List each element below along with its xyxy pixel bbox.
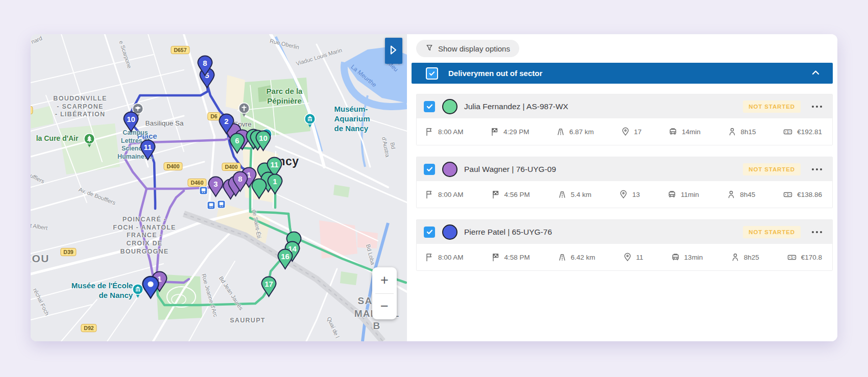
svg-text:10: 10 — [259, 134, 268, 142]
pin-icon — [619, 190, 628, 199]
driver-name: Pierre Patel | 65-UYG-76 — [464, 228, 552, 237]
pin-icon — [621, 127, 630, 136]
driver-stats-row: 8:00 AM4:29 PM6.87 km1714min8h151€192.81 — [417, 118, 832, 145]
more-menu-button[interactable] — [811, 228, 823, 236]
driver-header[interactable]: Julia Fernandez | AS-987-WX NOT STARTED — [417, 94, 832, 118]
svg-text:2: 2 — [224, 117, 228, 125]
stat-person: 8h45 — [727, 190, 755, 199]
section-checkbox[interactable] — [426, 67, 438, 80]
finish-icon — [491, 190, 500, 199]
pin-icon — [623, 253, 632, 262]
svg-text:8: 8 — [203, 59, 207, 67]
status-badge: NOT STARTED — [743, 226, 801, 238]
stop-marker-green-17[interactable]: 17 — [260, 276, 277, 299]
stop-marker-green-10[interactable]: 10 — [255, 130, 272, 154]
driver-card: Pierre Patel | 65-UYG-76 NOT STARTED 8:0… — [416, 219, 833, 271]
stop-marker-blue-11[interactable]: 11 — [139, 139, 156, 163]
svg-text:11: 11 — [270, 160, 278, 169]
car-icon — [671, 253, 680, 262]
svg-text:6: 6 — [235, 136, 239, 145]
road-badge: D400 — [163, 162, 182, 170]
stat-car: 13min — [671, 253, 703, 262]
stat-money: 1€138.86 — [783, 190, 822, 199]
transit-icon — [207, 201, 215, 212]
driver-avatar — [442, 162, 457, 177]
road-icon — [556, 127, 565, 136]
status-badge: NOT STARTED — [743, 100, 801, 113]
main-card: BOUDONVILLE - SCARPONE - LIBÉRATIONPOINC… — [31, 34, 837, 341]
road-badge: D460 — [187, 179, 206, 187]
tree-icon — [83, 133, 95, 150]
stop-marker-purple-3[interactable]: 3 — [207, 176, 224, 199]
stop-marker-green-1[interactable]: 1 — [267, 173, 283, 197]
svg-text:10: 10 — [127, 115, 135, 123]
map-zoom-control: + − — [372, 267, 397, 319]
stat-finish: 4:58 PM — [491, 253, 530, 262]
stat-car: 11min — [667, 190, 699, 199]
svg-text:1: 1 — [273, 177, 277, 186]
zoom-out-button[interactable]: − — [372, 294, 397, 320]
person-icon — [728, 127, 737, 136]
chevron-up-icon[interactable] — [811, 69, 821, 78]
car-icon — [667, 190, 677, 199]
finish-icon — [490, 127, 499, 136]
stat-pin: 17 — [621, 127, 642, 136]
filter-icon — [425, 44, 433, 54]
stat-road: 6.87 km — [556, 127, 594, 136]
driver-header[interactable]: Paul Wagner | 76-UYG-09 NOT STARTED — [417, 157, 832, 181]
depot-pin[interactable] — [141, 275, 160, 302]
driver-list: Julia Fernandez | AS-987-WX NOT STARTED … — [416, 94, 833, 271]
driver-stats-row: 8:00 AM4:56 PM5.4 km1311min8h451€138.86 — [417, 181, 832, 208]
driver-card: Paul Wagner | 76-UYG-09 NOT STARTED 8:00… — [416, 157, 833, 208]
road-badge: D657 — [171, 46, 189, 54]
show-display-options-button[interactable]: Show display options — [416, 40, 519, 57]
driver-name: Paul Wagner | 76-UYG-09 — [464, 165, 556, 174]
stat-flag: 8:00 AM — [425, 253, 464, 262]
svg-text:16: 16 — [281, 252, 290, 261]
church-icon — [238, 102, 250, 119]
section-header-deliverymen[interactable]: Deliverymen out of sector — [412, 63, 833, 84]
driver-card: Julia Fernandez | AS-987-WX NOT STARTED … — [416, 94, 833, 145]
car-icon — [668, 127, 678, 136]
stat-pin: 11 — [623, 253, 643, 262]
svg-text:1: 1 — [787, 193, 789, 196]
side-panel: Show display options Deliverymen out of … — [407, 34, 837, 341]
stop-marker-purple-8[interactable]: 8 — [232, 171, 249, 194]
money-icon: 1 — [787, 253, 797, 262]
stat-person: 8h25 — [731, 253, 759, 262]
driver-stats-row: 8:00 AM4:58 PM6.42 km1113min8h251€170.8 — [417, 244, 832, 270]
status-badge: NOT STARTED — [743, 163, 801, 175]
driver-name: Julia Fernandez | AS-987-WX — [464, 102, 568, 111]
stop-marker-green-16[interactable]: 16 — [277, 248, 294, 272]
stat-finish: 4:56 PM — [491, 190, 530, 199]
svg-text:1: 1 — [791, 256, 793, 259]
road-badge: D92 — [81, 324, 97, 332]
section-header-label: Deliverymen out of sector — [448, 69, 542, 78]
svg-text:17: 17 — [264, 280, 273, 288]
stop-marker-green-6[interactable]: 6 — [229, 133, 246, 156]
stat-finish: 4:29 PM — [490, 127, 529, 136]
panel-expand-button[interactable] — [385, 38, 402, 64]
money-icon: 1 — [783, 190, 793, 199]
more-menu-button[interactable] — [811, 103, 823, 111]
map[interactable]: BOUDONVILLE - SCARPONE - LIBÉRATIONPOINC… — [31, 34, 407, 341]
svg-text:11: 11 — [143, 143, 152, 152]
road-badge: D400 — [31, 106, 33, 114]
stop-marker-blue-10[interactable]: 10 — [123, 111, 139, 135]
driver-avatar — [442, 99, 457, 114]
stat-flag: 8:00 AM — [425, 127, 464, 136]
stop-marker-blue-8[interactable]: 8 — [197, 55, 213, 79]
zoom-in-button[interactable]: + — [372, 267, 397, 293]
driver-checkbox[interactable] — [424, 227, 435, 238]
road-icon — [558, 190, 567, 199]
flag-icon — [425, 127, 434, 136]
flag-icon — [425, 253, 434, 262]
stat-pin: 13 — [619, 190, 640, 199]
road-icon — [558, 253, 567, 262]
more-menu-button[interactable] — [811, 165, 823, 173]
transit-icon — [199, 186, 208, 197]
driver-header[interactable]: Pierre Patel | 65-UYG-76 NOT STARTED — [417, 220, 832, 244]
driver-checkbox[interactable] — [424, 164, 435, 175]
stat-road: 6.42 km — [558, 253, 595, 262]
driver-checkbox[interactable] — [424, 101, 435, 112]
